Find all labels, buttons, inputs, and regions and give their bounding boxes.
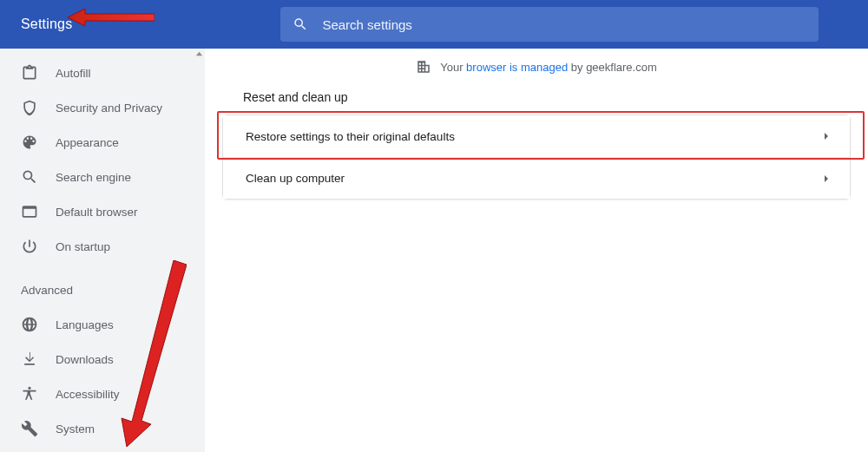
content-area: Your browser is managed by geekflare.com… [205, 49, 868, 452]
sidebar-item-label: Security and Privacy [56, 102, 162, 115]
page-title: Settings [21, 16, 72, 32]
sidebar-item-label: On startup [56, 240, 110, 253]
sidebar-item-label: Autofill [56, 67, 91, 80]
wrench-icon [21, 420, 38, 437]
sidebar-item-reset[interactable]: Reset and clean up [0, 446, 205, 452]
browser-icon [21, 203, 38, 220]
managed-link[interactable]: browser is managed [466, 61, 568, 74]
building-icon [416, 59, 431, 75]
sidebar-item-security[interactable]: Security and Privacy [0, 90, 205, 125]
settings-card: Restore settings to their original defau… [222, 115, 851, 200]
sidebar-item-label: Appearance [56, 136, 119, 149]
section-title: Reset and clean up [205, 90, 868, 115]
search-icon [21, 168, 38, 186]
managed-suffix: by geekflare.com [568, 61, 657, 74]
clipboard-icon [21, 64, 38, 82]
sidebar-item-label: Accessibility [56, 388, 120, 401]
search-input[interactable] [320, 16, 806, 33]
download-icon [21, 350, 38, 368]
sidebar-item-label: Search engine [56, 171, 131, 184]
sidebar-item-on-startup[interactable]: On startup [0, 229, 205, 264]
sidebar-item-system[interactable]: System [0, 411, 205, 446]
palette-icon [21, 134, 38, 151]
sidebar-item-default-browser[interactable]: Default browser [0, 194, 205, 229]
managed-notice: Your browser is managed by geekflare.com [205, 59, 868, 75]
sidebar-item-autofill[interactable]: Autofill [0, 56, 205, 90]
sidebar-scrollbar[interactable] [194, 49, 205, 452]
sidebar-item-downloads[interactable]: Downloads [0, 342, 205, 377]
row-restore-defaults[interactable]: Restore settings to their original defau… [223, 115, 850, 157]
sidebar-item-languages[interactable]: Languages [0, 307, 205, 342]
sidebar-item-label: System [56, 423, 95, 436]
row-label: Clean up computer [246, 172, 345, 185]
sidebar-item-label: Languages [56, 318, 114, 331]
chevron-right-icon [822, 174, 831, 183]
app-header: Settings [0, 0, 868, 49]
search-bar[interactable] [280, 7, 819, 42]
sidebar-advanced-label: Advanced [21, 284, 73, 297]
row-label: Restore settings to their original defau… [246, 130, 455, 143]
accessibility-icon [21, 385, 38, 403]
sidebar-item-label: Downloads [56, 353, 114, 366]
managed-prefix: Your [440, 61, 466, 74]
chevron-right-icon [822, 132, 831, 141]
sidebar-item-appearance[interactable]: Appearance [0, 125, 205, 160]
sidebar-item-label: Default browser [56, 206, 138, 219]
sidebar-item-search-engine[interactable]: Search engine [0, 160, 205, 194]
chevron-up-icon [168, 282, 184, 298]
sidebar-item-accessibility[interactable]: Accessibility [0, 377, 205, 411]
search-icon [293, 16, 308, 32]
shield-icon [21, 99, 38, 116]
row-cleanup-computer[interactable]: Clean up computer [223, 157, 850, 199]
globe-icon [21, 316, 38, 333]
sidebar: Autofill Security and Privacy Appearance… [0, 49, 205, 452]
sidebar-advanced-toggle[interactable]: Advanced [0, 272, 205, 307]
power-icon [21, 238, 38, 255]
